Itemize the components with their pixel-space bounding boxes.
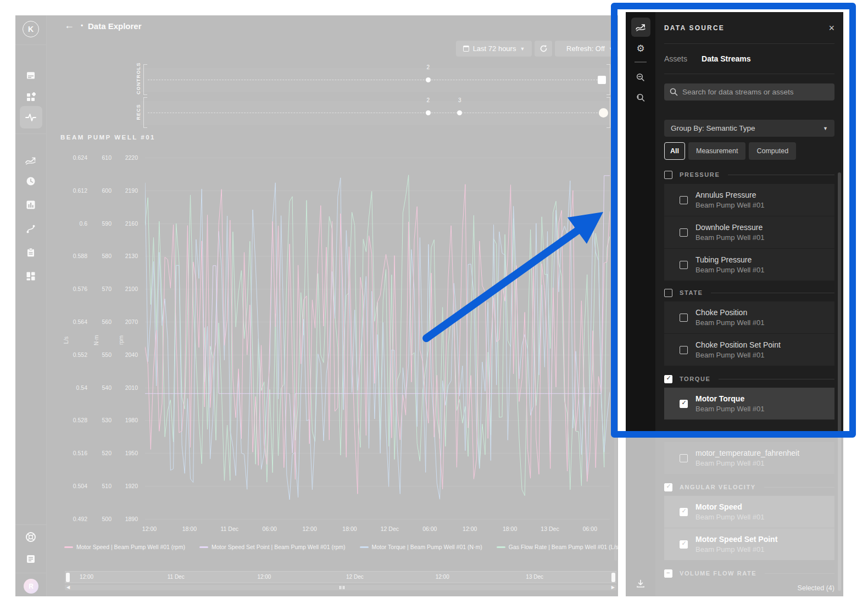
filter-chips: All Measurement Computed	[664, 142, 834, 160]
stream-title: Annulus Pressure	[695, 191, 765, 199]
legend-item[interactable]: Motor Speed Set Point | Beam Pump Well #…	[199, 544, 346, 550]
data-stream-card[interactable]: Choke Position Beam Pump Well #01	[664, 301, 834, 333]
data-stream-card[interactable]: motor_temperature_fahrenheit Beam Pump W…	[664, 442, 834, 474]
stream-title: Downhole Pressure	[695, 223, 765, 232]
filter-measurement[interactable]: Measurement	[688, 142, 745, 160]
divider	[15, 573, 47, 573]
checkbox-checked[interactable]	[680, 400, 688, 408]
trend-lines-icon[interactable]	[25, 156, 36, 165]
section-checkbox-checked[interactable]	[664, 483, 672, 491]
legend-item[interactable]: Gas Flow Rate | Beam Pump Well #01 (L/s)	[497, 544, 618, 550]
chart-series-plot	[145, 153, 610, 537]
y-tick-label: 600	[83, 187, 112, 194]
series-line	[145, 178, 610, 500]
y-axis-unit: rpm	[118, 336, 124, 345]
data-stream-card[interactable]: Tubing Pressure Beam Pump Well #01	[664, 249, 834, 281]
data-stream-card[interactable]: Annulus Pressure Beam Pump Well #01	[664, 184, 834, 216]
y-tick-label: 570	[83, 286, 112, 292]
checkbox-checked[interactable]	[680, 508, 688, 516]
stream-asset: Beam Pump Well #01	[695, 405, 765, 413]
panel-scrollbar[interactable]	[838, 172, 841, 591]
legend-swatch	[64, 546, 73, 548]
stream-title: motor_temperature_fahrenheit	[695, 449, 799, 457]
legend-label: Motor Speed Set Point | Beam Pump Well #…	[212, 544, 346, 550]
data-stream-card-selected[interactable]: Motor Speed Beam Pump Well #01	[664, 496, 834, 528]
clipboard-icon[interactable]	[26, 248, 36, 258]
user-avatar[interactable]: R	[24, 579, 38, 594]
chevron-down-icon: ▼	[823, 126, 828, 131]
settings-gear-icon[interactable]: ⚙	[636, 43, 644, 54]
data-stream-card[interactable]: Choke Position Set Point Beam Pump Well …	[664, 334, 834, 366]
back-arrow-icon[interactable]: ←	[64, 20, 74, 31]
help-lifebuoy-icon[interactable]	[26, 532, 36, 543]
zoom-reset-icon[interactable]	[636, 93, 645, 102]
data-source-panel: ⚙ DATA SOURCE × Assets Data Streams	[626, 12, 843, 596]
tab-assets[interactable]: Assets	[664, 54, 687, 63]
bar-chart-icon[interactable]	[26, 200, 36, 210]
event-marker[interactable]	[426, 110, 431, 115]
section-checkbox[interactable]	[664, 171, 672, 179]
data-stream-card[interactable]: Downhole Pressure Beam Pump Well #01	[664, 216, 834, 248]
legend-item[interactable]: Motor Torque | Beam Pump Well #01 (N·m)	[360, 544, 482, 550]
activity-pulse-icon[interactable]	[25, 112, 36, 123]
event-marker[interactable]	[457, 110, 462, 115]
panel-title: DATA SOURCE	[664, 24, 725, 32]
trend-chart-icon[interactable]	[636, 24, 646, 31]
brand-logo[interactable]: K	[23, 21, 39, 37]
legend-label: Motor Torque | Beam Pump Well #01 (N·m)	[372, 544, 482, 550]
lane-band	[141, 101, 613, 125]
y-tick-label: 590	[83, 220, 112, 227]
panel-header: DATA SOURCE ×	[664, 12, 834, 44]
checkbox[interactable]	[680, 196, 688, 204]
calendar-icon[interactable]	[26, 70, 36, 80]
y-tick-label: 2130	[109, 253, 138, 259]
divider	[635, 62, 647, 63]
zoom-out-icon[interactable]	[636, 73, 645, 82]
checkbox[interactable]	[680, 454, 688, 462]
panel-body: DATA SOURCE × Assets Data Streams Group …	[655, 12, 843, 596]
data-stream-card-selected[interactable]: Motor Torque Beam Pump Well #01	[664, 388, 834, 420]
section-header-state: STATE	[664, 286, 834, 299]
legend-label: Gas Flow Rate | Beam Pump Well #01 (L/s)	[509, 544, 618, 550]
stream-asset: Beam Pump Well #01	[695, 459, 799, 467]
tab-data-streams[interactable]: Data Streams	[702, 54, 751, 63]
widgets-icon[interactable]	[26, 92, 36, 102]
checkbox[interactable]	[680, 314, 688, 322]
section-checkbox-checked[interactable]	[664, 375, 672, 383]
filter-computed[interactable]: Computed	[749, 142, 796, 160]
section-checkbox[interactable]	[664, 289, 672, 297]
event-marker[interactable]	[426, 77, 431, 82]
current-event-marker[interactable]	[598, 76, 606, 84]
search-input[interactable]	[682, 88, 829, 96]
close-icon[interactable]: ×	[828, 23, 834, 33]
stream-title: Motor Speed	[695, 502, 765, 511]
clock-history-icon[interactable]	[26, 176, 36, 186]
y-tick-label: 2100	[109, 286, 138, 292]
data-stream-card-selected[interactable]: Motor Speed Set Point Beam Pump Well #01	[664, 528, 834, 560]
checkbox[interactable]	[680, 261, 688, 269]
section-divider	[711, 293, 834, 293]
search-box[interactable]	[664, 83, 834, 100]
section-divider	[719, 379, 834, 379]
filter-all[interactable]: All	[664, 142, 685, 160]
checkbox-checked[interactable]	[680, 540, 688, 549]
checkbox[interactable]	[680, 346, 688, 354]
stream-asset: Beam Pump Well #01	[695, 266, 765, 274]
current-event-marker[interactable]	[599, 108, 608, 118]
y-tick-label: 1890	[109, 516, 138, 522]
legend-label: Motor Speed | Beam Pump Well #01 (rpm)	[76, 544, 185, 550]
app-sidebar: K	[15, 15, 47, 596]
y-tick-label: 2220	[109, 154, 138, 161]
download-icon[interactable]	[636, 579, 646, 589]
checkbox[interactable]	[680, 228, 688, 237]
panel-icon-rail: ⚙	[626, 12, 655, 596]
release-notes-icon[interactable]	[26, 555, 36, 564]
section-name: VOLUME FLOW RATE	[680, 570, 756, 577]
section-header-angular-velocity: ANGULAR VELOCITY	[664, 480, 834, 494]
flow-path-icon[interactable]	[26, 224, 36, 234]
divider	[15, 524, 47, 525]
group-by-select[interactable]: Group By: Semantic Type ▼	[664, 120, 834, 137]
dashboard-tiles-icon[interactable]	[26, 271, 36, 281]
section-checkbox-indeterminate[interactable]	[664, 569, 672, 578]
legend-item[interactable]: Motor Speed | Beam Pump Well #01 (rpm)	[64, 544, 185, 550]
